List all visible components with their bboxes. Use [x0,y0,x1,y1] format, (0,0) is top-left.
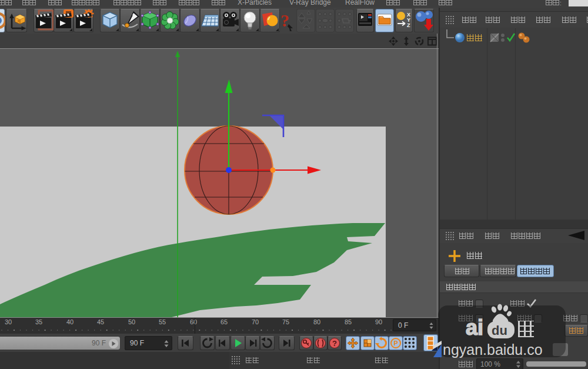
svg-text:?: ? [332,339,337,348]
svg-text:?: ? [280,11,289,30]
svg-text:P: P [394,340,398,347]
svg-text:Z: Z [407,22,410,28]
